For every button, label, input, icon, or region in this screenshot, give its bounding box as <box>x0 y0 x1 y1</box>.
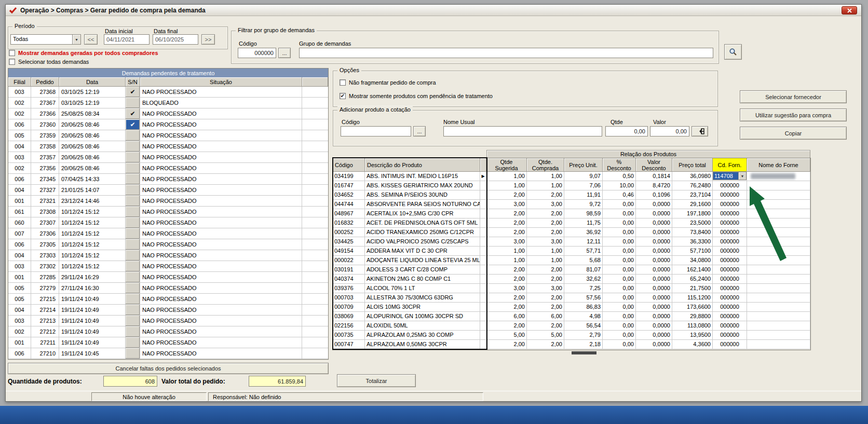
sn-checkbox[interactable] <box>126 250 140 261</box>
column-header[interactable]: Filial <box>8 77 31 87</box>
sn-checkbox[interactable] <box>126 272 140 282</box>
period-combo[interactable]: Todas ▼ <box>10 34 81 45</box>
column-header[interactable]: % Desconto <box>603 158 636 172</box>
demand-row[interactable]: 0012728529/11/24 16:29NAO PROCESSADO <box>8 272 328 283</box>
filter-code-browse-button[interactable]: ... <box>278 48 291 58</box>
column-header[interactable]: Nome do Forne <box>747 158 810 172</box>
demand-row[interactable]: 0062736020/06/25 08:46✔NAO PROCESSADO <box>8 119 328 130</box>
sn-checkbox[interactable] <box>126 152 140 162</box>
sn-checkbox[interactable] <box>126 174 140 184</box>
product-row[interactable]: 000747ALPRAZOLAM 0,50MG 30CPR2,002,002,1… <box>333 340 810 349</box>
dropdown-icon[interactable]: ▼ <box>738 172 746 180</box>
sn-checkbox[interactable] <box>126 316 140 326</box>
period-prev-button[interactable]: << <box>84 34 98 45</box>
sn-checkbox[interactable] <box>126 326 140 337</box>
product-row[interactable]: 000022ADOÇANTE LIQUIDO LINEA STEVIA 25 M… <box>333 256 810 265</box>
product-row[interactable]: 048967ACERTALIX 10+2,5MG C/30 CPR2,002,0… <box>333 209 810 218</box>
sn-checkbox[interactable] <box>126 294 140 304</box>
demand-row[interactable]: 0032735720/06/25 08:46NAO PROCESSADO <box>8 152 328 163</box>
column-header[interactable]: Preço Unit. <box>564 158 603 172</box>
demand-row[interactable]: 0062721019/11/24 10:45NAO PROCESSADO <box>8 348 328 359</box>
sn-checkbox[interactable] <box>126 217 140 228</box>
demand-row[interactable]: 0602730710/12/24 15:12NAO PROCESSADO <box>8 217 328 228</box>
sn-checkbox[interactable] <box>126 185 140 195</box>
period-next-button[interactable]: >> <box>201 34 215 45</box>
close-button[interactable] <box>842 6 857 15</box>
column-header[interactable]: Data <box>59 77 126 87</box>
copy-button[interactable]: Copiar <box>740 127 847 140</box>
demand-row[interactable]: 0052727927/11/24 16:30NAO PROCESSADO <box>8 283 328 294</box>
demand-row[interactable]: 0052721519/11/24 10:49NAO PROCESSADO <box>8 294 328 305</box>
product-row[interactable]: 000709ALOIS 10MG 30CPR2,002,0086,830,000… <box>333 303 810 312</box>
add-code-browse-button[interactable]: ... <box>413 126 426 136</box>
add-value-field[interactable]: 0,00 <box>650 126 689 136</box>
sn-checkbox[interactable]: ✔ <box>126 87 140 97</box>
product-row[interactable]: 040374AKINETON 2MG C 80 COMP C12,002,003… <box>333 275 810 284</box>
column-header[interactable]: Situação <box>140 77 302 87</box>
add-name-field[interactable] <box>443 126 602 136</box>
demand-row[interactable]: 0022735620/06/25 08:46NAO PROCESSADO <box>8 163 328 174</box>
sn-checkbox[interactable]: ✔ <box>126 119 140 130</box>
sn-checkbox[interactable] <box>126 141 140 152</box>
column-header[interactable]: Valor Desconto <box>636 158 672 172</box>
sn-checkbox[interactable] <box>126 228 140 239</box>
sn-checkbox[interactable] <box>126 261 140 271</box>
demand-row[interactable]: 0032721319/11/24 10:49NAO PROCESSADO <box>8 316 328 326</box>
column-header[interactable]: Código <box>333 158 365 172</box>
column-header[interactable]: Qtde Sugerida <box>486 158 527 172</box>
no-fragment-checkbox[interactable] <box>340 79 346 86</box>
add-to-quote-button[interactable] <box>691 126 708 136</box>
horizontal-scrollbar-thumb[interactable] <box>572 351 596 354</box>
demand-row[interactable]: 0012732123/12/24 14:46NAO PROCESSADO <box>8 196 328 207</box>
chevron-down-icon[interactable]: ▼ <box>72 35 80 44</box>
filter-code-field[interactable]: 000000 <box>238 48 276 58</box>
add-qty-field[interactable]: 0,00 <box>605 126 648 136</box>
column-header[interactable]: Pedido <box>31 77 59 87</box>
sn-checkbox[interactable] <box>126 98 140 108</box>
sn-checkbox[interactable] <box>126 207 140 217</box>
demand-row[interactable]: 0042735820/06/25 08:46NAO PROCESSADO <box>8 141 328 152</box>
sn-checkbox[interactable] <box>126 196 140 206</box>
demand-row[interactable]: 0612730810/12/24 15:12NAO PROCESSADO <box>8 207 328 217</box>
sn-checkbox[interactable] <box>126 348 140 359</box>
product-row[interactable]: 000252ACIDO TRANEXAMICO 250MG C/12CPR2,0… <box>333 228 810 237</box>
end-date-field[interactable]: 06/10/2025 <box>153 34 198 45</box>
use-purchase-suggestion-button[interactable]: Utilizar sugestão para compra <box>740 108 847 121</box>
product-row[interactable]: 022156ALOXIDIL 50ML2,002,0056,540,000,00… <box>333 321 810 331</box>
product-row[interactable]: 034652ABS. SEMINA P/SEIOS 30UND2,002,001… <box>333 190 810 200</box>
demand-row[interactable]: 0022721219/11/24 10:49NAO PROCESSADO <box>8 326 328 337</box>
supplier-combo[interactable]: 114708▼ <box>713 172 747 180</box>
product-row[interactable]: 044744ABSORVENTE PARA SEIOS NOTURNO CA3,… <box>333 200 810 209</box>
sn-checkbox[interactable] <box>126 239 140 250</box>
sn-checkbox[interactable]: ✔ <box>126 108 140 119</box>
demand-row[interactable]: 0022736625/08/25 08:34✔NAO PROCESSADO <box>8 108 328 119</box>
product-row[interactable]: 016747ABS. KISSES GERIATRICO MAX 20UND1,… <box>333 181 810 190</box>
product-row[interactable]: 038069ALOPURINOL GN 100MG 30CPR SD6,006,… <box>333 312 810 321</box>
demand-row[interactable]: 0042732721/01/25 14:07NAO PROCESSADO <box>8 185 328 196</box>
demand-row[interactable]: 0012721119/11/24 10:49NAO PROCESSADO <box>8 337 328 348</box>
select-supplier-button[interactable]: Selecionar fornecedor <box>740 90 847 103</box>
demand-row[interactable]: 0032730210/12/24 15:12NAO PROCESSADO <box>8 261 328 272</box>
column-header[interactable]: Qtde. Comprada <box>527 158 564 172</box>
sn-checkbox[interactable] <box>126 283 140 293</box>
column-header-cd-forn-highlighted[interactable]: Cd. Forn. <box>713 158 747 172</box>
demand-row[interactable]: 0072730610/12/24 15:12NAO PROCESSADO <box>8 228 328 239</box>
column-header[interactable]: Descrição do Produto <box>365 158 480 172</box>
sn-checkbox[interactable] <box>126 305 140 315</box>
start-date-field[interactable]: 04/11/2021 <box>104 34 150 45</box>
filter-group-field[interactable] <box>299 48 713 58</box>
add-code-field[interactable] <box>341 126 411 136</box>
demand-row[interactable]: 0062734507/04/25 14:33NAO PROCESSADO <box>8 174 328 185</box>
totalize-button[interactable]: Totalizar <box>337 374 416 387</box>
product-row[interactable]: 000735ALPRAZOLAM 0,25MG 30 COMP5,005,002… <box>333 331 810 340</box>
product-row[interactable]: 000703ALLESTRA 30 75/30MCG 63DRG2,002,00… <box>333 293 810 303</box>
sn-checkbox[interactable] <box>126 163 140 173</box>
product-row[interactable]: 034199ABS. INTIMUS INT. MEDIO L16P15▶1,0… <box>333 172 810 181</box>
sn-checkbox[interactable] <box>126 130 140 141</box>
column-header[interactable]: Preço total <box>672 158 713 172</box>
demand-row[interactable]: 0042730310/12/24 15:12NAO PROCESSADO <box>8 250 328 261</box>
product-row[interactable]: 016832ACET. DE PREDNISOLONA GTS OFT 5ML2… <box>333 218 810 228</box>
product-row[interactable]: 049154ADDERA MAX VIT D C 30 CPR1,001,005… <box>333 247 810 256</box>
cancel-missing-items-button[interactable]: Cancelar faltas dos pedidos selecionados <box>8 363 329 374</box>
product-row[interactable]: 030191ADOLESS 3 CART C/28 COMP2,002,0081… <box>333 265 810 275</box>
